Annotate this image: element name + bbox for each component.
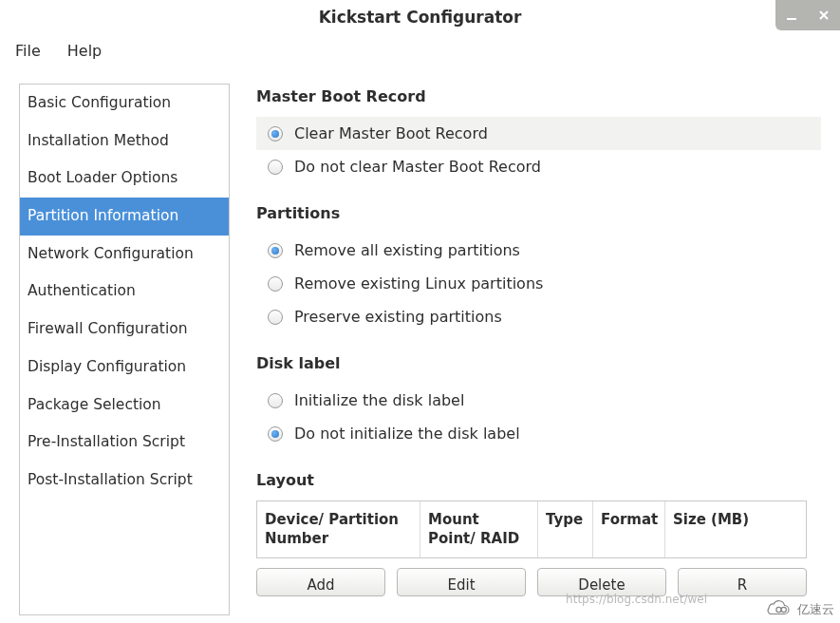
column-header-format[interactable]: Format (593, 501, 665, 557)
svg-point-2 (781, 607, 786, 612)
menu-help[interactable]: Help (56, 38, 113, 64)
radio-icon (268, 160, 283, 175)
sidebar-item-post-installation-script[interactable]: Post-Installation Script (20, 462, 229, 500)
layout-section-title: Layout (256, 471, 821, 489)
radio-label: Initialize the disk label (294, 391, 464, 409)
sidebar: Basic Configuration Installation Method … (19, 84, 230, 615)
menubar: File Help (0, 34, 840, 66)
radio-remove-all-partitions[interactable]: Remove all existing partitions (256, 234, 821, 267)
radio-icon (268, 426, 283, 442)
radio-label: Clear Master Boot Record (294, 124, 488, 142)
sidebar-item-network-configuration[interactable]: Network Configuration (20, 236, 229, 274)
radio-icon (268, 276, 283, 292)
sidebar-item-display-configuration[interactable]: Display Configuration (20, 349, 229, 387)
layout-table: Device/ Partition Number Mount Point/ RA… (256, 500, 807, 558)
menu-file[interactable]: File (4, 38, 52, 64)
watermark-brand: 亿速云 (797, 601, 834, 618)
radio-preserve-partitions[interactable]: Preserve existing partitions (256, 300, 821, 333)
disklabel-section-title: Disk label (256, 354, 821, 372)
radio-icon (268, 126, 283, 142)
close-button[interactable] (808, 0, 840, 30)
radio-label: Do not initialize the disk label (294, 425, 520, 443)
sidebar-item-pre-installation-script[interactable]: Pre-Installation Script (20, 424, 229, 462)
column-header-size[interactable]: Size (MB) (665, 501, 806, 557)
radio-clear-mbr[interactable]: Clear Master Boot Record (256, 117, 821, 150)
partitions-section-title: Partitions (256, 204, 821, 222)
cloud-icon (763, 600, 792, 619)
column-header-device[interactable]: Device/ Partition Number (257, 501, 420, 557)
radio-not-initialize-disk-label[interactable]: Do not initialize the disk label (256, 417, 821, 450)
watermark-url: https://blog.csdn.net/wei (566, 593, 707, 606)
radio-icon (268, 243, 283, 258)
table-header: Device/ Partition Number Mount Point/ RA… (257, 501, 806, 557)
radio-remove-linux-partitions[interactable]: Remove existing Linux partitions (256, 267, 821, 300)
layout-buttons: Add Edit Delete R (256, 568, 807, 596)
mbr-section-title: Master Boot Record (256, 87, 821, 105)
radio-not-clear-mbr[interactable]: Do not clear Master Boot Record (256, 150, 821, 183)
edit-button[interactable]: Edit (397, 568, 526, 596)
sidebar-item-basic-configuration[interactable]: Basic Configuration (20, 85, 229, 123)
minimize-button[interactable] (775, 0, 808, 30)
watermark: 亿速云 (763, 600, 834, 619)
column-header-mount[interactable]: Mount Point/ RAID (420, 501, 538, 557)
radio-initialize-disk-label[interactable]: Initialize the disk label (256, 384, 821, 417)
column-header-type[interactable]: Type (538, 501, 593, 557)
radio-label: Remove all existing partitions (294, 241, 520, 259)
sidebar-item-firewall-configuration[interactable]: Firewall Configuration (20, 311, 229, 349)
window-controls (775, 0, 840, 30)
titlebar: Kickstart Configurator (0, 0, 840, 34)
sidebar-item-boot-loader-options[interactable]: Boot Loader Options (20, 160, 229, 198)
radio-label: Remove existing Linux partitions (294, 274, 543, 293)
window-title: Kickstart Configurator (319, 8, 522, 27)
radio-icon (268, 393, 283, 408)
svg-point-1 (776, 607, 781, 612)
sidebar-item-installation-method[interactable]: Installation Method (20, 123, 229, 160)
svg-rect-0 (787, 18, 796, 20)
radio-label: Preserve existing partitions (294, 308, 502, 326)
radio-label: Do not clear Master Boot Record (294, 158, 541, 176)
add-button[interactable]: Add (256, 568, 385, 596)
radio-icon (268, 310, 283, 325)
sidebar-item-package-selection[interactable]: Package Selection (20, 387, 229, 425)
main-panel: Master Boot Record Clear Master Boot Rec… (256, 84, 821, 615)
sidebar-item-authentication[interactable]: Authentication (20, 273, 229, 311)
content-area: Basic Configuration Installation Method … (0, 66, 840, 615)
sidebar-item-partition-information[interactable]: Partition Information (20, 198, 229, 236)
